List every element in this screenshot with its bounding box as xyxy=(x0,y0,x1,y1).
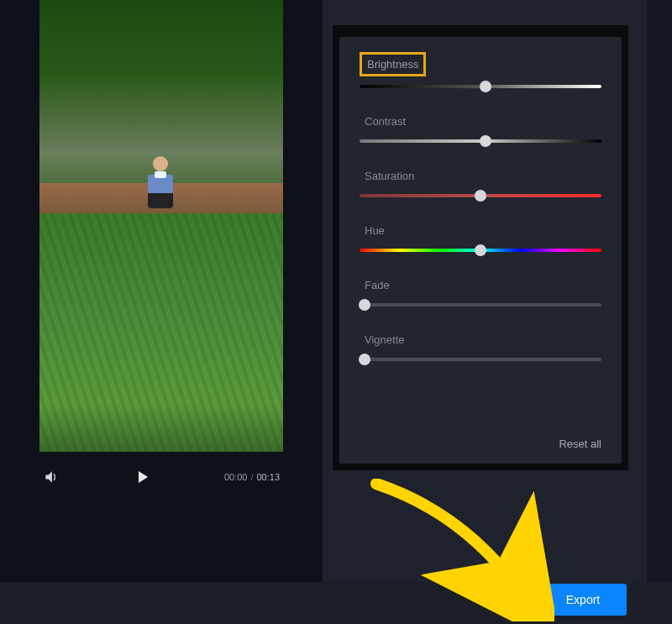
slider-thumb-contrast[interactable] xyxy=(480,135,491,147)
adjust-panel: BrightnessContrastSaturationHueFadeVigne… xyxy=(339,37,622,464)
export-button[interactable]: Export xyxy=(539,584,627,616)
play-button[interactable] xyxy=(132,467,152,487)
preview-person xyxy=(142,156,179,212)
slider-group-fade: Fade xyxy=(360,275,601,307)
adjustments-panel: BrightnessContrastSaturationHueFadeVigne… xyxy=(323,0,647,582)
reset-all-button[interactable]: Reset all xyxy=(559,438,601,450)
current-time: 00:00 xyxy=(224,472,248,482)
video-panel: 00:00/00:13 xyxy=(0,0,323,582)
slider-brightness[interactable] xyxy=(360,85,601,88)
slider-thumb-brightness[interactable] xyxy=(480,81,491,92)
video-controls: 00:00/00:13 xyxy=(39,452,283,502)
slider-thumb-hue[interactable] xyxy=(475,244,486,256)
slider-hue[interactable] xyxy=(360,249,601,252)
slider-group-hue: Hue xyxy=(360,221,601,252)
slider-saturation[interactable] xyxy=(360,194,601,197)
slider-thumb-saturation[interactable] xyxy=(475,190,486,202)
slider-group-brightness: Brightness xyxy=(360,52,601,88)
video-preview[interactable] xyxy=(39,0,283,452)
slider-group-contrast: Contrast xyxy=(360,112,601,143)
slider-vignette[interactable] xyxy=(360,358,601,361)
volume-icon[interactable] xyxy=(43,469,60,485)
slider-thumb-vignette[interactable] xyxy=(359,354,370,365)
slider-thumb-fade[interactable] xyxy=(359,299,370,311)
slider-label-brightness: Brightness xyxy=(360,52,426,76)
slider-label-fade: Fade xyxy=(360,275,395,295)
slider-label-contrast: Contrast xyxy=(360,112,411,131)
slider-group-vignette: Vignette xyxy=(360,330,601,361)
slider-group-saturation: Saturation xyxy=(360,166,601,197)
slider-label-saturation: Saturation xyxy=(360,166,419,186)
time-display: 00:00/00:13 xyxy=(224,472,280,482)
slider-label-vignette: Vignette xyxy=(360,330,409,349)
adjust-panel-frame: BrightnessContrastSaturationHueFadeVigne… xyxy=(333,25,628,470)
duration: 00:13 xyxy=(256,472,280,482)
slider-label-hue: Hue xyxy=(360,221,390,240)
preview-grass xyxy=(39,213,283,452)
slider-contrast[interactable] xyxy=(360,139,601,143)
slider-fade[interactable] xyxy=(360,303,601,307)
